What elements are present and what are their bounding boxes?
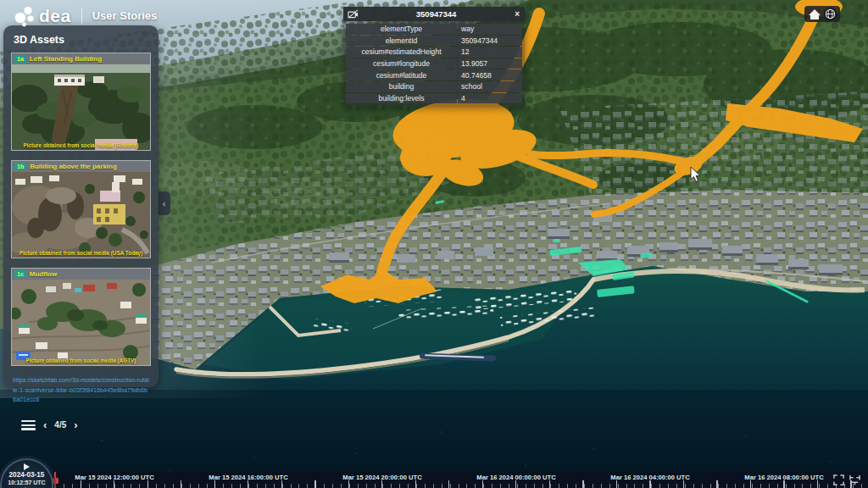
table-row: cesium#estimatedHeight 12 [346, 47, 522, 58]
play-icon[interactable] [24, 463, 30, 470]
asset-title: Building above the parking [30, 163, 117, 170]
asset-photo-hillside: Picture obtained from social media (Reut… [12, 64, 150, 150]
asset-card-header: 1b Building above the parking [12, 161, 150, 172]
timeline-label: Mar 15 2024 12:00:00 UTC [75, 474, 153, 481]
timeline-label: Mar 16 2024 00:00:00 UTC [476, 474, 555, 481]
attr-value: way [458, 24, 522, 35]
home-button[interactable] [808, 8, 821, 20]
attr-key: building:levels [346, 93, 457, 104]
infobox-attribute-table: elementType way elementId 350947344 cesi… [343, 21, 525, 103]
page-counter: 4/5 [54, 420, 66, 430]
assets-panel-title: 3D Assets [14, 34, 151, 46]
infobox-title: 350947344 [359, 9, 514, 19]
asset-card-header: 1a Left Standing Building [12, 53, 150, 64]
prev-page-button[interactable]: ‹ [43, 419, 47, 430]
asset-caption: Picture obtained from social media (USA … [12, 250, 150, 256]
table-row: building:levels 4 [346, 93, 522, 104]
asset-badge: 1a [14, 55, 26, 63]
app-header: dea User Stories [14, 4, 157, 27]
timeline-bar[interactable]: Mar 15 2024 12:00:00 UTC Mar 15 2024 16:… [0, 472, 868, 488]
asset-card-1b[interactable]: 1b Building above the parking Picture ob… [11, 160, 151, 258]
timeline-label: Mar 15 2024 20:00:00 UTC [342, 474, 421, 481]
app-subtitle: User Stories [92, 9, 158, 22]
table-row: cesium#longitude 13.9057 [346, 58, 522, 69]
attr-value: 40.74658 [458, 69, 522, 80]
infobox-header: 350947344 × [343, 7, 525, 21]
attr-key: cesium#latitude [346, 69, 457, 80]
table-row: elementId 350947344 [346, 36, 522, 47]
attr-key: elementType [346, 24, 457, 35]
camera-track-icon[interactable] [348, 9, 359, 19]
next-page-button[interactable]: › [74, 419, 77, 430]
sketchfab-link[interactable]: https://sketchfab.com/3d-models/construc… [13, 375, 149, 405]
globe-icon [825, 8, 836, 19]
clock-time: 10:12:57 UTC [8, 480, 45, 485]
timeline-current-time-needle[interactable] [54, 472, 56, 488]
home-icon [808, 8, 821, 20]
asset-title: Left Standing Building [30, 55, 102, 63]
timeline-label: Mar 15 2024 16:00:00 UTC [209, 474, 287, 481]
table-row: building school [346, 81, 522, 92]
table-row: elementType way [346, 24, 522, 35]
assets-panel: 3D Assets 1a Left Standing Building Pict… [3, 25, 159, 387]
fullscreen-icon[interactable] [832, 474, 845, 486]
asset-caption: Picture obtained from social media (Reut… [12, 142, 150, 148]
table-row: cesium#latitude 40.74658 [346, 69, 522, 80]
attr-value: 13.9057 [458, 58, 522, 69]
asset-card-header: 1c Mudflow [12, 269, 150, 280]
asset-caption: Picture obtained from social media (AGTV… [12, 358, 150, 363]
logo-text: dea [39, 6, 71, 26]
asset-card-1a[interactable]: 1a Left Standing Building Picture obtain… [11, 53, 151, 151]
feature-infobox: 350947344 × elementType way elementId 35… [343, 7, 525, 107]
menu-icon[interactable] [21, 419, 36, 432]
clock-date: 2024-03-15 [9, 471, 45, 479]
fullscreen-controls [832, 474, 861, 486]
app-logo: dea [14, 4, 71, 27]
attr-key: building [346, 81, 457, 92]
panel-collapse-button[interactable]: ‹ [158, 191, 170, 215]
asset-badge: 1b [14, 163, 26, 170]
attr-value: school [458, 81, 522, 92]
attr-value: 12 [458, 47, 522, 58]
map-nav-toolbar [804, 6, 840, 22]
vr-mode-icon[interactable] [849, 474, 861, 486]
attr-value: 350947344 [458, 36, 522, 47]
attr-key: cesium#estimatedHeight [346, 47, 457, 58]
scene-mode-button[interactable] [824, 8, 837, 20]
attr-key: cesium#longitude [346, 58, 457, 69]
asset-photo-landslide: Picture obtained from social media (USA … [12, 172, 150, 258]
close-icon[interactable]: × [514, 10, 520, 19]
asset-card-1c[interactable]: 1c Mudflow Picture obtain [11, 268, 151, 366]
asset-photo-mudflow: Picture obtained from social media (AGTV… [12, 280, 150, 365]
app-window: { "header": { "logo_text": "dea", "subti… [0, 0, 868, 488]
attr-key: elementId [346, 36, 457, 47]
dea-logo-icon [14, 4, 36, 27]
story-pagination: ‹ 4/5 › [21, 419, 78, 432]
timeline-label: Mar 16 2024 04:00:00 UTC [610, 474, 689, 481]
attr-value: 4 [458, 93, 522, 104]
asset-badge: 1c [14, 270, 26, 278]
timeline-label: Mar 16 2024 08:00:00 UTC [744, 474, 823, 481]
timeline-major-ticks [0, 480, 868, 488]
header-divider [81, 8, 82, 24]
asset-title: Mudflow [30, 270, 57, 278]
